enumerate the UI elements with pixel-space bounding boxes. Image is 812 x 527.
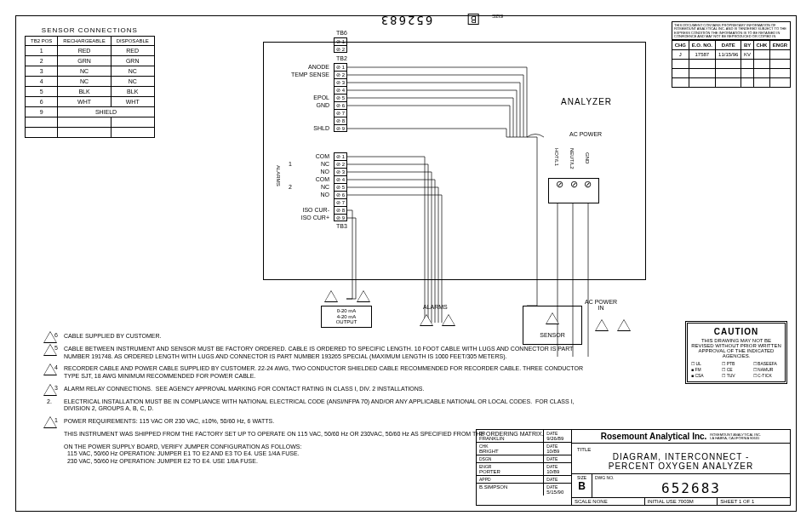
tb6-terminals: 12	[334, 37, 347, 53]
tri-num: 4	[329, 293, 332, 299]
sig-shld: SHLD	[280, 125, 329, 131]
cell	[26, 117, 58, 128]
ac-terminal-block: ⊘ ⊘ ⊘	[548, 178, 599, 203]
rc	[741, 60, 753, 69]
cell: RED	[58, 46, 111, 56]
analyzer-label: ANALYZER	[561, 97, 612, 106]
rc: 11/15/96	[716, 50, 741, 60]
sig-isocurn: ISO CUR-	[280, 207, 329, 213]
rev-hdr: CHG	[672, 41, 689, 50]
cell: 3	[26, 66, 58, 77]
drawing-frame: 652683 B SIZE SENSOR CONNECTIONS TB2 POS…	[15, 15, 797, 512]
output-box: 0-20 mA 4-20 mA OUTPUT	[321, 306, 372, 328]
sig-no1: NO	[297, 169, 329, 175]
rc	[753, 69, 769, 78]
rc	[741, 78, 753, 88]
sig-epol: EPOL	[280, 95, 329, 100]
ac-hot: HOT/L1	[554, 148, 559, 166]
out-line: 4-20 mA	[322, 314, 371, 320]
tri-num: 6	[446, 317, 449, 323]
sheet-val: 1 OF 1	[739, 499, 754, 504]
rc	[741, 69, 753, 78]
alarms-bus-label: ALARMS	[423, 304, 448, 310]
th-disposable: DISPOSABLE	[111, 37, 154, 46]
sig-isocurp: ISO CUR+	[280, 215, 329, 221]
cell	[111, 128, 154, 138]
rc	[753, 78, 769, 88]
rc	[753, 50, 769, 60]
cell	[111, 117, 154, 128]
tri-num: 6	[361, 293, 364, 299]
rev-hdr: DATE	[716, 41, 741, 50]
rc	[689, 78, 715, 88]
cell: 1	[26, 46, 58, 56]
folded-size: SIZE	[492, 14, 503, 19]
rev-hdr: CHK	[753, 41, 769, 50]
cell	[26, 128, 58, 138]
company-row: Rosemount Analytical Inc. ROSEMOUNT ANAL…	[572, 430, 790, 444]
title-lbl: TITLE	[577, 447, 591, 452]
tri-num: 5	[550, 315, 553, 321]
cell: GRN	[111, 56, 154, 66]
title-area: TITLE DIAGRAM, INTERCONNECT - PERCENT OX…	[572, 444, 790, 474]
rc	[770, 69, 791, 78]
sig-anode: ANODE	[280, 64, 329, 70]
rev-hdr: E.O. NO.	[689, 41, 715, 50]
dwg-number: 652683	[595, 480, 787, 496]
caution-body: THIS DRAWING MAY NOT BE REVISED WITHOUT …	[691, 338, 781, 358]
sheet-lbl: SHEET	[720, 499, 737, 504]
revision-block: THIS DOCUMENT CONTAINS PROPRIETARY INFOR…	[672, 21, 791, 88]
rc	[689, 69, 715, 78]
init-lbl: INITIAL USE	[648, 499, 677, 504]
caution-box: CAUTION THIS DRAWING MAY NOT BE REVISED …	[685, 321, 787, 384]
rc: 17587	[689, 50, 715, 60]
cell: NC	[111, 66, 154, 77]
cell	[58, 117, 111, 128]
alarms-side-label: ALARMS	[276, 165, 281, 186]
cell: BLK	[58, 87, 111, 97]
tb3-terminals: 123456789	[334, 152, 347, 221]
rc	[770, 78, 791, 88]
ac-gnd: GND	[585, 152, 590, 163]
cell: WHT	[58, 97, 111, 107]
folded-dwg-number: 652683	[380, 14, 433, 27]
alarm-group-2: 2	[283, 184, 292, 190]
cell: NC	[111, 77, 154, 87]
rc	[689, 60, 715, 69]
cell: 6	[26, 97, 58, 107]
title-block: DRFRANKLINDATE9/26/89CHKBRIGHTDATE10/89D…	[476, 429, 791, 506]
ac-power-in-label: AC POWER IN	[585, 299, 617, 311]
th-pos: TB2 POS	[26, 37, 58, 46]
th-rechargeable: RECHARGEABLE	[58, 37, 111, 46]
rc	[716, 69, 741, 78]
tri-num: 4	[621, 322, 625, 328]
rev-hdr: ENGR	[770, 41, 791, 50]
folded-rev: B	[468, 14, 479, 25]
scale-lbl: SCALE	[575, 499, 592, 504]
init-val: 7003M	[678, 499, 693, 504]
rc: J	[672, 50, 689, 60]
revision-table: CHG E.O. NO. DATE BY CHK ENGR J1758711/1…	[672, 40, 791, 88]
sig-com2: COM	[297, 176, 329, 182]
tb2-terminals: 123456789	[334, 63, 347, 132]
ac-term-icon: ⊘	[553, 179, 565, 190]
sig-temp: TEMP SENSE	[272, 72, 329, 77]
company-name: Rosemount Analytical Inc.	[601, 432, 707, 441]
sig-com1: COM	[297, 153, 329, 159]
sig-no2: NO	[297, 192, 329, 198]
cell: NC	[58, 77, 111, 87]
signature-rows: DRFRANKLINDATE9/26/89CHKBRIGHTDATE10/89D…	[477, 430, 572, 505]
tb2-label: TB2	[336, 55, 347, 61]
cell: SHIELD	[58, 107, 154, 117]
cell: 5	[26, 87, 58, 97]
cell: GRN	[58, 56, 111, 66]
cell: NC	[58, 66, 111, 77]
out-line: 0-20 mA	[322, 308, 371, 314]
cell: RED	[111, 46, 154, 56]
rc	[770, 60, 791, 69]
out-line: OUTPUT	[322, 319, 371, 325]
ac-term-icon: ⊘	[582, 179, 594, 190]
drawing-title: DIAGRAM, INTERCONNECT - PERCENT OXYGEN A…	[577, 452, 785, 471]
company-sub: ROSEMOUNT ANALYTICAL INC. LA HABRA, CALI…	[706, 433, 761, 440]
sig-gnd: GND	[280, 102, 329, 108]
